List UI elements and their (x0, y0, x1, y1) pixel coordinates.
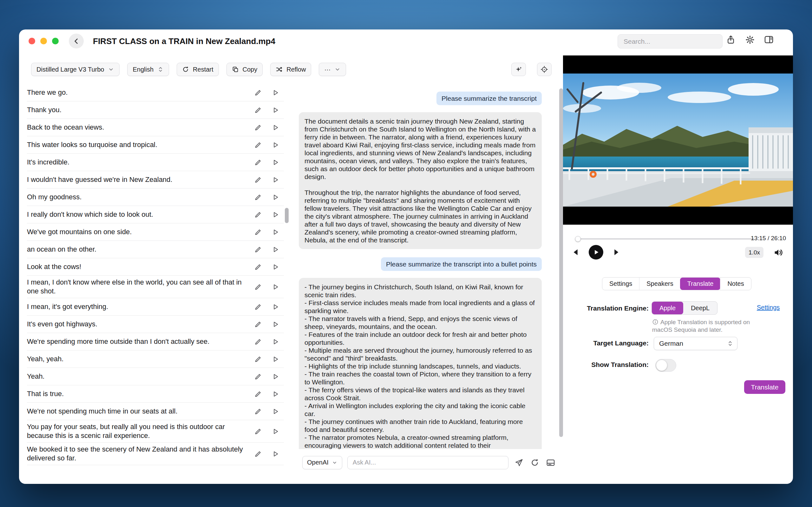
edit-segment-icon[interactable] (254, 158, 262, 166)
play-segment-icon[interactable] (271, 450, 280, 458)
edit-segment-icon[interactable] (254, 245, 262, 253)
segment-text[interactable]: Thank you. (27, 106, 254, 114)
play-segment-icon[interactable] (271, 320, 280, 328)
titlebar[interactable]: FIRST CLASS on a TRAIN in New Zealand.mp… (19, 30, 793, 52)
gear-icon[interactable] (745, 35, 755, 45)
edit-segment-icon[interactable] (254, 355, 262, 363)
ai-assistant-button[interactable] (511, 63, 526, 76)
layout-icon[interactable] (545, 457, 556, 468)
show-translation-toggle[interactable] (655, 359, 676, 372)
transcript-scrollbar[interactable] (285, 208, 289, 223)
restart-button[interactable]: Restart (177, 63, 218, 76)
segment-text[interactable]: It's incredible. (27, 158, 254, 167)
play-segment-icon[interactable] (271, 106, 280, 114)
segment-text[interactable]: Yeah, yeah. (27, 354, 254, 363)
engine-settings-link[interactable]: Settings (757, 304, 780, 311)
segment-text[interactable]: I wouldn't have guessed we're in New Zea… (27, 175, 254, 184)
play-segment-icon[interactable] (271, 245, 280, 253)
language-dropdown[interactable]: English (127, 63, 169, 76)
regenerate-icon[interactable] (529, 457, 540, 468)
edit-segment-icon[interactable] (254, 228, 262, 236)
locate-segment-button[interactable] (537, 63, 552, 76)
video-player[interactable] (563, 55, 793, 225)
segment-text[interactable]: Back to the ocean views. (27, 123, 254, 132)
copy-button[interactable]: Copy (226, 63, 263, 76)
segment-text[interactable]: We've got mountains on one side. (27, 228, 254, 236)
translate-button[interactable]: Translate (744, 380, 785, 394)
search-input[interactable] (618, 34, 722, 49)
back-button[interactable] (69, 34, 84, 49)
segment-text[interactable]: I really don't know which side to look o… (27, 210, 254, 219)
model-dropdown[interactable]: Distilled Large V3 Turbo (31, 63, 119, 76)
play-segment-icon[interactable] (271, 158, 280, 166)
play-segment-icon[interactable] (271, 390, 280, 398)
segment-text[interactable]: We booked it to see the scenery of New Z… (27, 445, 254, 463)
edit-segment-icon[interactable] (254, 211, 262, 219)
play-segment-icon[interactable] (271, 428, 280, 435)
more-dropdown[interactable]: ··· (319, 63, 346, 76)
playback-speed-button[interactable]: 1.0x (745, 247, 763, 258)
tab-notes[interactable]: Notes (720, 278, 751, 290)
edit-segment-icon[interactable] (254, 320, 262, 328)
play-segment-icon[interactable] (271, 228, 280, 236)
sidebar-toggle-icon[interactable] (764, 35, 774, 45)
play-segment-icon[interactable] (271, 89, 280, 97)
edit-segment-icon[interactable] (254, 141, 262, 149)
edit-segment-icon[interactable] (254, 176, 262, 184)
edit-segment-icon[interactable] (254, 407, 262, 415)
play-segment-icon[interactable] (271, 211, 280, 219)
engine-deepl-button[interactable]: DeepL (683, 302, 717, 314)
edit-segment-icon[interactable] (254, 124, 262, 131)
tab-translate[interactable]: Translate (680, 278, 721, 290)
segment-text[interactable]: It's even got highways. (27, 320, 254, 329)
share-icon[interactable] (726, 35, 736, 45)
segment-text[interactable]: Yeah. (27, 372, 254, 381)
segment-text[interactable]: an ocean on the other. (27, 245, 254, 254)
seek-knob[interactable] (575, 236, 581, 242)
edit-segment-icon[interactable] (254, 338, 262, 346)
play-segment-icon[interactable] (271, 373, 280, 381)
tab-settings[interactable]: Settings (602, 278, 639, 290)
play-segment-icon[interactable] (271, 141, 280, 149)
play-segment-icon[interactable] (271, 124, 280, 131)
play-segment-icon[interactable] (271, 283, 280, 291)
seek-back-button[interactable] (571, 247, 580, 257)
play-segment-icon[interactable] (271, 303, 280, 311)
edit-segment-icon[interactable] (254, 193, 262, 201)
chat-scrollbar[interactable] (559, 89, 563, 437)
close-window-button[interactable] (29, 38, 35, 44)
minimize-window-button[interactable] (40, 38, 47, 44)
segment-text[interactable]: This water looks so turquoise and tropic… (27, 140, 254, 149)
play-segment-icon[interactable] (271, 263, 280, 271)
play-segment-icon[interactable] (271, 338, 280, 346)
tab-speakers[interactable]: Speakers (639, 278, 680, 290)
edit-segment-icon[interactable] (254, 263, 262, 271)
edit-segment-icon[interactable] (254, 283, 262, 291)
segment-text[interactable]: We're not spending much time in our seat… (27, 407, 254, 416)
target-language-dropdown[interactable]: German (654, 337, 738, 350)
reflow-button[interactable]: Reflow (270, 63, 311, 76)
play-segment-icon[interactable] (271, 407, 280, 415)
segment-text[interactable]: That is true. (27, 389, 254, 398)
volume-icon[interactable] (773, 247, 783, 258)
edit-segment-icon[interactable] (254, 303, 262, 311)
play-segment-icon[interactable] (271, 193, 280, 201)
zoom-window-button[interactable] (52, 38, 59, 44)
seek-slider[interactable] (575, 236, 754, 242)
segment-text[interactable]: I mean, it's got everything. (27, 302, 254, 311)
edit-segment-icon[interactable] (254, 89, 262, 97)
segment-text[interactable]: We're spending more time outside than I … (27, 337, 254, 346)
play-segment-icon[interactable] (271, 176, 280, 184)
edit-segment-icon[interactable] (254, 428, 262, 435)
segment-text[interactable]: Look at the cows! (27, 262, 254, 271)
ask-ai-input[interactable] (347, 456, 508, 469)
edit-segment-icon[interactable] (254, 373, 262, 381)
play-segment-icon[interactable] (271, 355, 280, 363)
play-pause-button[interactable] (589, 245, 603, 260)
send-icon[interactable] (513, 457, 524, 468)
seek-forward-button[interactable] (612, 247, 621, 257)
edit-segment-icon[interactable] (254, 390, 262, 398)
edit-segment-icon[interactable] (254, 106, 262, 114)
segment-text[interactable]: There we go. (27, 88, 254, 97)
edit-segment-icon[interactable] (254, 450, 262, 458)
